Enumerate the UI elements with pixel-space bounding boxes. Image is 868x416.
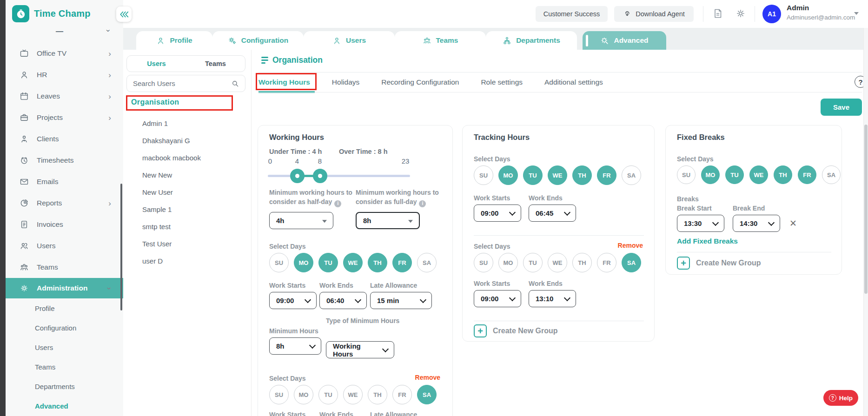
day-chip[interactable]: SA: [622, 165, 641, 185]
list-item-user[interactable]: Test User: [142, 235, 246, 252]
sidebar-item-projects[interactable]: Projects ›: [6, 107, 123, 128]
day-chip[interactable]: TH: [572, 165, 592, 185]
day-chip[interactable]: SU: [269, 253, 289, 272]
day-chip[interactable]: FR: [597, 253, 616, 272]
sidebar-item-timesheets[interactable]: Timesheets: [6, 150, 123, 171]
day-chip[interactable]: FR: [798, 165, 816, 184]
day-chip[interactable]: TU: [725, 165, 744, 184]
sidebar-item-teams[interactable]: Teams: [6, 257, 123, 278]
help-fab-button[interactable]: ? Help: [823, 390, 858, 406]
create-new-group-button[interactable]: + Create New Group: [677, 257, 761, 270]
list-item-user[interactable]: Sample 1: [142, 201, 246, 218]
sidebar-scrollbar[interactable]: [120, 184, 122, 310]
info-icon[interactable]: i: [419, 200, 426, 207]
day-chip[interactable]: TH: [774, 165, 792, 184]
half-day-select[interactable]: 4h: [269, 212, 333, 229]
minimum-hours-select[interactable]: 8h: [269, 337, 321, 355]
work-ends-select[interactable]: 06:45: [529, 205, 576, 222]
day-chip[interactable]: TU: [523, 165, 543, 185]
sidebar-collapse-button[interactable]: [116, 7, 132, 22]
organisation-group-header[interactable]: Organisation: [131, 98, 179, 106]
day-chip[interactable]: SA: [622, 253, 641, 272]
sidebar-item-office-tv[interactable]: Office TV ›: [6, 43, 123, 64]
subtab-recording-configuration[interactable]: Recording Configuration: [381, 78, 459, 86]
tab-profile[interactable]: Profile: [136, 31, 212, 50]
add-fixed-breaks-link[interactable]: Add Fixed Breaks: [677, 237, 738, 245]
document-icon[interactable]: [712, 8, 723, 19]
list-item-user[interactable]: Admin 1: [142, 115, 246, 132]
search-input[interactable]: [133, 75, 231, 92]
day-chip[interactable]: MO: [294, 253, 313, 272]
save-button[interactable]: Save: [821, 99, 862, 116]
work-starts-select[interactable]: 09:00: [474, 205, 521, 222]
day-chip[interactable]: SA: [417, 385, 437, 404]
list-item-user[interactable]: macbook macbook: [142, 149, 246, 166]
day-chip[interactable]: MO: [701, 165, 720, 184]
tab-advanced[interactable]: Advanced: [583, 31, 666, 50]
sidebar-item-emails[interactable]: Emails: [6, 171, 123, 192]
day-chip[interactable]: WE: [548, 165, 567, 185]
subtab-additional-settings[interactable]: Additional settings: [544, 78, 603, 86]
tab-users[interactable]: Users: [304, 31, 395, 50]
subtab-holidays[interactable]: Holidays: [332, 78, 359, 86]
slider-handle-max[interactable]: [313, 169, 327, 183]
day-chip[interactable]: TU: [318, 253, 338, 272]
work-starts-select[interactable]: 09:00: [474, 290, 521, 307]
sidebar-item-leaves[interactable]: Leaves ›: [6, 86, 123, 107]
info-icon[interactable]: i: [334, 200, 341, 207]
break-end-select[interactable]: 14:30: [733, 215, 780, 232]
day-chip[interactable]: FR: [597, 165, 616, 185]
day-chip[interactable]: SA: [417, 253, 437, 272]
break-start-select[interactable]: 13:30: [677, 215, 724, 232]
gear-icon[interactable]: [735, 8, 746, 19]
sidebar-subitem-configuration[interactable]: Configuration: [6, 318, 123, 337]
scrollbar-thumb[interactable]: [864, 125, 868, 294]
list-item-user[interactable]: user D: [142, 252, 246, 270]
tab-configuration[interactable]: Configuration: [212, 31, 304, 50]
download-agent-button[interactable]: Download Agent: [614, 6, 694, 22]
hours-slider-track[interactable]: [268, 175, 410, 177]
day-chip[interactable]: FR: [392, 253, 412, 272]
sidebar-item-invoices[interactable]: Invoices: [6, 214, 123, 235]
day-chip[interactable]: MO: [498, 165, 518, 185]
sidebar-item-administration[interactable]: Administration ›: [6, 278, 123, 298]
tab-teams[interactable]: Teams: [395, 31, 486, 50]
day-chip[interactable]: SU: [474, 165, 493, 185]
day-chip[interactable]: TH: [368, 253, 387, 272]
day-chip[interactable]: WE: [343, 253, 363, 272]
day-chip[interactable]: TH: [572, 253, 592, 272]
day-chip[interactable]: FR: [392, 385, 412, 404]
list-item-user[interactable]: New User: [142, 184, 246, 201]
day-chip[interactable]: TU: [318, 385, 338, 404]
search-icon[interactable]: [231, 79, 239, 90]
work-ends-select[interactable]: 13:10: [529, 290, 576, 307]
sidebar-subitem-profile[interactable]: Profile: [6, 298, 123, 318]
remove-group-link[interactable]: Remove: [618, 242, 643, 249]
avatar[interactable]: A1: [762, 5, 781, 23]
day-chip[interactable]: MO: [294, 385, 313, 404]
sidebar-item-partial[interactable]: — ›: [6, 26, 123, 39]
list-item-user[interactable]: smtp test: [142, 218, 246, 235]
chevron-down-icon[interactable]: [854, 12, 859, 15]
day-chip[interactable]: SU: [269, 385, 289, 404]
day-chip[interactable]: WE: [749, 165, 768, 184]
sidebar-subitem-teams[interactable]: Teams: [6, 357, 123, 376]
sidebar-item-users[interactable]: Users: [6, 235, 123, 257]
create-new-group-button[interactable]: + Create New Group: [474, 324, 558, 337]
sidebar-item-hr[interactable]: HR ›: [6, 64, 123, 86]
sidebar-item-clients[interactable]: Clients: [6, 128, 123, 150]
sidebar-subitem-users[interactable]: Users: [6, 337, 123, 357]
sidebar-subitem-departments[interactable]: Departments: [6, 376, 123, 396]
type-minimum-select[interactable]: Working Hours: [326, 341, 394, 358]
sidebar-subitem-advanced[interactable]: Advanced: [6, 396, 123, 416]
remove-group-link[interactable]: Remove: [415, 374, 440, 381]
customer-success-button[interactable]: Customer Success: [536, 6, 608, 22]
work-ends-select[interactable]: 06:40: [319, 292, 367, 309]
subtab-role-settings[interactable]: Role settings: [481, 78, 523, 86]
list-item-user[interactable]: Dhakshayani G: [142, 132, 246, 149]
day-chip[interactable]: SU: [474, 253, 493, 272]
remove-break-icon[interactable]: ✕: [789, 218, 797, 229]
day-chip[interactable]: SA: [822, 165, 841, 184]
panel-tab-users[interactable]: Users: [127, 56, 186, 72]
day-chip[interactable]: MO: [498, 253, 518, 272]
